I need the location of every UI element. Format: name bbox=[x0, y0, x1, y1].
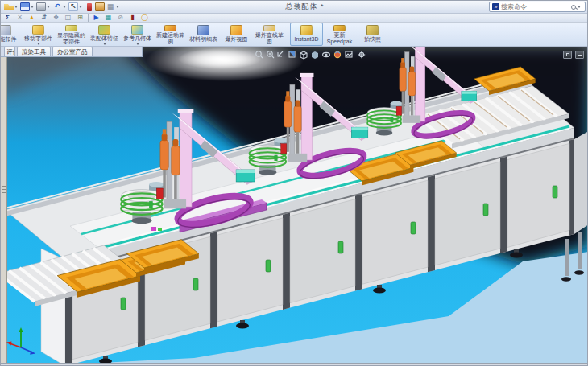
toolbar-separator bbox=[288, 24, 288, 44]
cabinet-door[interactable] bbox=[362, 180, 428, 284]
tab-evaluate[interactable]: 评估 bbox=[4, 47, 15, 56]
macro-icon[interactable] bbox=[87, 3, 92, 11]
hide-show-items-icon[interactable] bbox=[323, 52, 330, 56]
status-bar bbox=[1, 363, 588, 366]
cm-button-new-motion-study[interactable]: 新建运动算例 bbox=[154, 23, 187, 46]
document-title: 总装配体 * bbox=[121, 2, 489, 12]
motion-flag-icon[interactable]: ▶ bbox=[92, 14, 101, 22]
cm-button-label: 拍快照 bbox=[364, 36, 381, 43]
display-style-icon[interactable] bbox=[312, 51, 318, 59]
options-grid-icon[interactable]: ▦ bbox=[106, 2, 115, 11]
chevron-down-icon[interactable] bbox=[79, 6, 82, 8]
mate-reference-icon[interactable]: ❖ bbox=[52, 14, 60, 22]
cabinet-door[interactable] bbox=[435, 162, 500, 265]
feature-manager-collapsed-panel[interactable] bbox=[1, 57, 7, 363]
chevron-down-icon[interactable] bbox=[136, 43, 139, 45]
zoom-fit-icon[interactable] bbox=[256, 51, 263, 58]
x-axis bbox=[10, 343, 21, 347]
command-manager: 智能扣件 移动零部件 显示隐藏的零部件 装配体特征 参考几何体 新建运动算例 材… bbox=[1, 23, 588, 47]
cm-button-label: 显示隐藏的零部件 bbox=[56, 32, 86, 45]
chevron-down-icon[interactable] bbox=[116, 6, 119, 8]
cm-button-exploded-view[interactable]: 爆炸视图 bbox=[220, 23, 253, 46]
chevron-down-icon[interactable] bbox=[37, 43, 40, 45]
bom-icon bbox=[197, 25, 209, 35]
assembly-features-icon bbox=[98, 25, 110, 35]
compare-icon[interactable]: ⊞ bbox=[76, 14, 85, 22]
command-manager-tabs: 评估 渲染工具 办公室产品 bbox=[1, 47, 143, 57]
equation-sigma-icon[interactable]: Σ bbox=[3, 14, 12, 22]
measure-icon[interactable]: ◫ bbox=[64, 14, 72, 22]
orientation-triad bbox=[4, 323, 39, 359]
save-icon[interactable] bbox=[20, 2, 30, 11]
cm-button-label: 移动零部件 bbox=[24, 35, 52, 42]
search-input[interactable] bbox=[501, 3, 569, 10]
exploded-view-icon bbox=[230, 25, 242, 35]
chevron-down-icon[interactable] bbox=[47, 6, 50, 8]
solidworks-window: ↶ ↖ ▦ 总装配体 * » Σ ✕ ▲ ⇵ ❖ ◫ ⊞ ▶ ▦ ⊘ ▮ ◯ 智… bbox=[0, 0, 588, 366]
heads-up-toolbar bbox=[254, 49, 368, 60]
interference-warning-icon[interactable]: ▲ bbox=[27, 14, 36, 22]
chevron-down-icon[interactable] bbox=[31, 6, 34, 8]
cm-button-update-speedpak[interactable]: 更新 Speedpak bbox=[323, 23, 356, 46]
quick-access-toolbar: ↶ ↖ ▦ bbox=[4, 2, 121, 11]
3d-viewport-scene[interactable] bbox=[1, 47, 588, 366]
tab-office-products[interactable]: 办公室产品 bbox=[52, 47, 93, 56]
section-view-icon[interactable] bbox=[289, 51, 295, 57]
cm-button-show-hidden-components[interactable]: 显示隐藏的零部件 bbox=[55, 23, 88, 46]
file-properties-icon[interactable] bbox=[95, 2, 105, 11]
exclude-icon[interactable]: ✕ bbox=[15, 14, 24, 22]
view-orientation-icon[interactable] bbox=[300, 51, 307, 59]
reference-geometry-icon bbox=[131, 25, 143, 35]
apply-scene-icon[interactable] bbox=[346, 51, 352, 57]
print-icon[interactable] bbox=[36, 2, 46, 11]
ring-light-icon[interactable]: ◯ bbox=[140, 14, 149, 22]
toolbar-separator bbox=[88, 14, 89, 22]
cm-button-reference-geometry[interactable]: 参考几何体 bbox=[121, 23, 154, 46]
instant3d-icon bbox=[300, 25, 313, 35]
search-icon[interactable] bbox=[571, 5, 576, 10]
previous-view-icon[interactable] bbox=[278, 51, 283, 56]
chevron-down-icon[interactable] bbox=[578, 6, 581, 8]
restore-down-icon[interactable] bbox=[563, 51, 572, 59]
no-render-icon[interactable]: ⊘ bbox=[116, 14, 125, 22]
command-search[interactable]: » bbox=[489, 2, 586, 12]
chevron-down-icon[interactable] bbox=[103, 43, 106, 45]
align-icon[interactable]: ⇵ bbox=[39, 14, 48, 22]
tab-render-tools[interactable]: 渲染工具 bbox=[17, 47, 51, 56]
zoom-area-icon[interactable] bbox=[267, 51, 274, 58]
cm-button-assembly-features[interactable]: 装配体特征 bbox=[88, 23, 121, 46]
material-block-icon[interactable]: ▮ bbox=[128, 14, 137, 22]
snapshot-icon bbox=[366, 25, 379, 35]
select-cursor-icon[interactable]: ↖ bbox=[68, 2, 78, 11]
cabinet-door[interactable] bbox=[507, 143, 569, 247]
cm-button-explode-line-sketch[interactable]: 爆炸直线草图 bbox=[253, 23, 286, 46]
smart-fasteners-icon bbox=[1, 25, 11, 35]
appearance-palette-icon[interactable]: ▦ bbox=[104, 14, 113, 22]
cm-button-label: 爆炸直线草图 bbox=[255, 32, 284, 45]
cm-button-move-component[interactable]: 移动零部件 bbox=[22, 23, 55, 46]
edit-appearance-icon[interactable] bbox=[334, 51, 340, 57]
move-component-icon bbox=[32, 25, 44, 35]
update-speedpak-icon bbox=[333, 25, 346, 31]
motion-study-icon bbox=[164, 25, 176, 31]
open-icon[interactable] bbox=[4, 2, 14, 11]
undo-icon[interactable]: ↶ bbox=[52, 2, 62, 11]
cm-button-instant3d[interactable]: Instant3D bbox=[290, 23, 323, 46]
cm-button-take-snapshot[interactable]: 拍快照 bbox=[356, 23, 389, 46]
view-settings-icon[interactable] bbox=[358, 51, 365, 58]
chevron-down-icon[interactable] bbox=[14, 6, 18, 8]
cm-button-label: 新建运动算例 bbox=[155, 32, 185, 45]
cabinet-door[interactable] bbox=[217, 218, 283, 322]
cm-button-label: 更新 Speedpak bbox=[325, 32, 354, 45]
cm-button-bill-of-materials[interactable]: 材料明细表 bbox=[187, 23, 220, 46]
minimize-icon[interactable] bbox=[575, 51, 584, 59]
cm-button-label: 装配体特征 bbox=[90, 35, 118, 42]
show-hidden-icon bbox=[65, 25, 77, 31]
graphics-area[interactable]: 评估 渲染工具 办公室产品 bbox=[1, 47, 588, 366]
cm-button-label: 参考几何体 bbox=[123, 35, 151, 42]
cm-button-smart-fasteners[interactable]: 智能扣件 bbox=[1, 23, 22, 46]
explode-line-sketch-icon bbox=[263, 25, 275, 31]
cabinet-door[interactable] bbox=[290, 199, 355, 303]
solidworks-logo-icon: » bbox=[492, 3, 499, 10]
chevron-down-icon[interactable] bbox=[63, 6, 66, 8]
